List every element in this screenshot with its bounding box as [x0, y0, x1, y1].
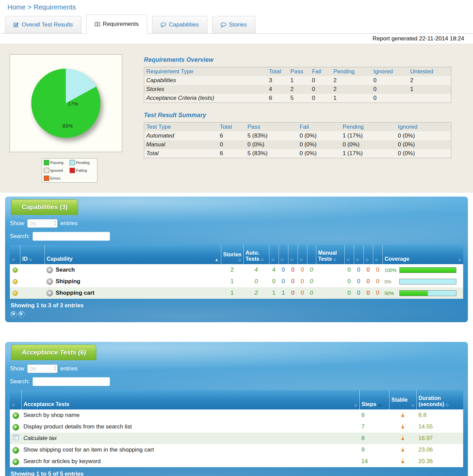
- pie-passing-label: 83%: [62, 123, 73, 129]
- capability-name-link[interactable]: Shipping: [56, 278, 80, 285]
- column-header: Ignored: [396, 123, 451, 132]
- expand-plus-icon[interactable]: +: [46, 290, 53, 296]
- acceptance-tests-table: ◇ Acceptance Tests◇ Steps ▲ Stable◇ Dura…: [10, 390, 463, 467]
- acceptance-test-name-link[interactable]: Search by shop name: [21, 409, 359, 421]
- cell-value: 5 (83%): [245, 149, 298, 158]
- sort-column-header[interactable]: ◇: [373, 245, 382, 264]
- test-passed-icon: ✓: [13, 459, 19, 465]
- entries-label: entries: [60, 220, 78, 227]
- sort-column-header[interactable]: [307, 245, 316, 264]
- duration-column-header[interactable]: Duration (seconds) ◇: [416, 390, 463, 409]
- duration-value: 16.97: [416, 433, 463, 444]
- acceptance-test-name-link[interactable]: Calculate tax: [21, 433, 359, 444]
- spinner-arrows-icon[interactable]: ▴▾: [55, 220, 56, 226]
- cell-value: 0 (0%): [298, 140, 341, 149]
- column-header: Total: [218, 123, 245, 132]
- auto-test-count: 0: [269, 276, 279, 287]
- tab-stories[interactable]: Stories: [212, 16, 256, 33]
- capability-row: +Search24400000000100%: [10, 264, 463, 276]
- prev-page-icon[interactable]: ◄: [11, 311, 17, 317]
- breadcrumb-current-link[interactable]: Requirements: [34, 3, 76, 11]
- breadcrumb-home-link[interactable]: Home: [7, 3, 25, 11]
- acceptance-test-name-link[interactable]: Display product details from the search …: [21, 421, 359, 433]
- capabilities-section-tab[interactable]: Capabilities (3): [11, 199, 78, 215]
- capabilities-search-input[interactable]: [33, 232, 110, 241]
- id-column-header[interactable]: ID ◇: [20, 245, 44, 264]
- stories-column-header[interactable]: Stories◇: [221, 245, 243, 264]
- capability-name-link[interactable]: Search: [56, 267, 75, 273]
- column-header: Requirement Type: [144, 67, 267, 76]
- sort-icon: ◇: [334, 257, 336, 261]
- capability-column-header[interactable]: Capability▲: [44, 245, 221, 264]
- stability-cone-icon: [401, 447, 405, 452]
- manual-tests-column-header[interactable]: Manual Tests ◇: [316, 245, 344, 264]
- auto-tests-column-header[interactable]: Auto. Tests ◇: [243, 245, 269, 264]
- coverage-column-header[interactable]: Coverage◇: [382, 245, 463, 264]
- manual-tests-total: [316, 287, 344, 299]
- acceptance-tests-column-header[interactable]: Acceptance Tests◇: [21, 390, 359, 409]
- sort-column-header[interactable]: ◇: [354, 245, 363, 264]
- acceptance-search-input[interactable]: [33, 377, 110, 386]
- test-passed-icon: ✓: [13, 424, 19, 431]
- cell-value: 5 (83%): [245, 131, 298, 140]
- row-label: Total: [144, 149, 218, 158]
- acceptance-test-name-link[interactable]: Show shipping cost for an item in the sh…: [21, 444, 359, 456]
- acceptance-tests-panel: Acceptance Tests (6) Show ▴▾ entries Sea…: [5, 342, 468, 476]
- tab-requirements[interactable]: Requirements: [86, 15, 147, 34]
- stable-column-header[interactable]: Stable◇: [389, 390, 416, 409]
- acceptance-test-row: ✓Search for articles by keyword1420.36: [10, 456, 463, 467]
- steps-column-header[interactable]: Steps ▲: [359, 390, 389, 409]
- capabilities-show-entries: Show ▴▾ entries: [10, 219, 465, 228]
- sort-column-header[interactable]: ◇: [344, 245, 354, 264]
- cell-value: 1: [288, 76, 310, 85]
- acceptance-tests-section-tab[interactable]: Acceptance Tests (6): [11, 345, 96, 360]
- acceptance-show-entries: Show ▴▾ entries: [10, 364, 465, 373]
- manual-test-count: 0: [354, 264, 363, 276]
- show-label: Show: [10, 220, 24, 227]
- spinner-arrows-icon[interactable]: ▴▾: [55, 365, 56, 371]
- status-column-header[interactable]: ◇: [10, 245, 20, 264]
- status-column-header[interactable]: ◇: [10, 390, 21, 409]
- sort-column-header[interactable]: ◇: [288, 245, 298, 264]
- cell-value: 0: [218, 140, 245, 149]
- acceptance-test-name-link[interactable]: Search for articles by keyword: [21, 456, 359, 467]
- acceptance-entries-input[interactable]: [27, 364, 58, 373]
- pie-chart: 17% 83%: [31, 69, 100, 138]
- sort-column-header[interactable]: ◇: [279, 245, 288, 264]
- capability-row: +Shopping cart1211000000050%: [10, 287, 463, 299]
- tab-overall-test-results[interactable]: Overall Test Results: [5, 16, 81, 33]
- capability-name-link[interactable]: Shopping cart: [56, 290, 94, 296]
- legend-label: Passing: [50, 161, 63, 165]
- duration-value: 23.06: [416, 444, 463, 456]
- breadcrumb-separator: >: [27, 3, 32, 11]
- sort-column-header[interactable]: ◇: [269, 245, 279, 264]
- acceptance-search: Search:: [10, 377, 465, 386]
- expand-plus-icon[interactable]: +: [46, 267, 53, 273]
- summary-row: Capabilities310202: [144, 76, 451, 85]
- next-page-icon[interactable]: ►: [18, 311, 25, 317]
- summary-section: 17% 83% PassingPendingIgnoredFailingErro…: [0, 44, 473, 193]
- sort-icon: ◇: [12, 257, 15, 261]
- tab-bar: Overall Test Results Requirements Capabi…: [0, 15, 473, 34]
- coverage-percent: 0%: [384, 279, 399, 285]
- cell-value: 0 (0%): [245, 140, 298, 149]
- sort-icon: ◇: [366, 257, 368, 261]
- status-yellow-icon: [13, 291, 18, 296]
- acceptance-test-row: ✓Display product details from the search…: [10, 421, 463, 433]
- id-cell: [20, 287, 44, 299]
- legend-item: Errors: [44, 176, 70, 181]
- sort-column-header[interactable]: ◇: [363, 245, 373, 264]
- show-label: Show: [10, 365, 24, 372]
- requirements-overview-title: Requirements Overview: [144, 56, 451, 63]
- pie-chart-box: 17% 83%: [10, 54, 122, 152]
- sort-column-header[interactable]: ◇: [298, 245, 307, 264]
- column-header: Pass: [288, 67, 310, 76]
- expand-plus-icon[interactable]: +: [46, 278, 53, 285]
- auto-tests-total: 0: [243, 276, 269, 287]
- acceptance-header-row: ◇ Acceptance Tests◇ Steps ▲ Stable◇ Dura…: [10, 390, 463, 409]
- legend-color-chip: [70, 168, 75, 173]
- auto-tests-total: 2: [243, 287, 269, 299]
- capabilities-entries-input[interactable]: [27, 219, 58, 228]
- manual-tests-total: [316, 264, 344, 276]
- tab-capabilities[interactable]: Capabilities: [152, 16, 207, 33]
